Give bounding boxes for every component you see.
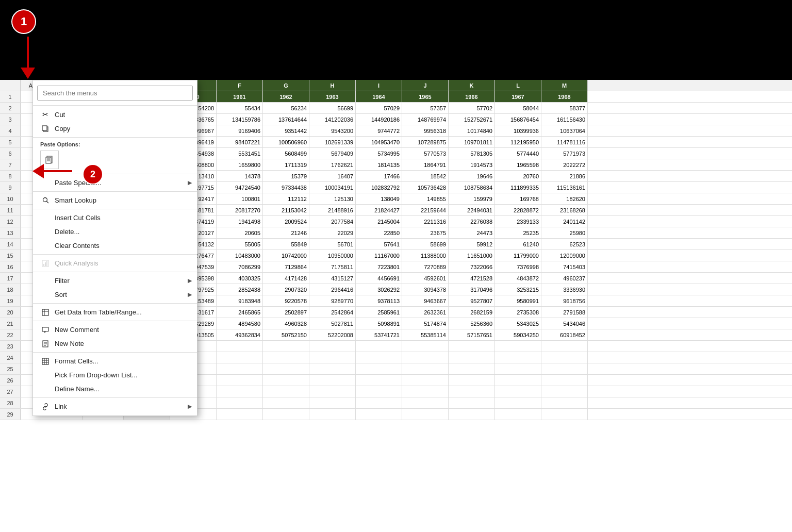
- cell-g[interactable]: 10742000: [263, 250, 309, 261]
- cell-k[interactable]: 2682159: [449, 307, 495, 318]
- cell-m[interactable]: 21886: [541, 171, 588, 181]
- cell-f[interactable]: 20605: [217, 227, 263, 238]
- cell-j[interactable]: 105736428: [402, 182, 449, 193]
- col-header-g[interactable]: G: [263, 80, 309, 91]
- cell-g[interactable]: 9351442: [263, 125, 309, 136]
- cell-i[interactable]: 21824427: [356, 205, 402, 215]
- cell-j[interactable]: 2211316: [402, 216, 449, 227]
- cell-l[interactable]: 112195950: [495, 137, 541, 147]
- cell-k[interactable]: 4721528: [449, 273, 495, 284]
- cell-j[interactable]: 7270889: [402, 261, 449, 272]
- cell-l[interactable]: 169768: [495, 193, 541, 204]
- cell-h[interactable]: 125130: [309, 193, 356, 204]
- cell-m[interactable]: 4960237: [541, 273, 588, 284]
- cell-g[interactable]: 4171428: [263, 273, 309, 284]
- cell-h[interactable]: 7175811: [309, 261, 356, 272]
- cell-1-i[interactable]: 1964: [356, 91, 402, 102]
- cell-l[interactable]: [495, 386, 541, 397]
- cell-g[interactable]: 5608499: [263, 148, 309, 159]
- menu-item-link[interactable]: Link ▶: [33, 400, 197, 413]
- cell-k[interactable]: 5256360: [449, 318, 495, 329]
- cell-k[interactable]: 1914573: [449, 159, 495, 170]
- cell-l[interactable]: [495, 352, 541, 363]
- col-header-j[interactable]: J: [402, 80, 449, 91]
- cell-g[interactable]: 2502897: [263, 307, 309, 318]
- cell-j[interactable]: 55385114: [402, 329, 449, 340]
- cell-f[interactable]: [217, 409, 263, 420]
- cell-k[interactable]: [449, 409, 495, 420]
- cell-1-k[interactable]: 1966: [449, 91, 495, 102]
- cell-j[interactable]: [402, 386, 449, 397]
- cell-j[interactable]: [402, 409, 449, 420]
- cell-j[interactable]: 57357: [402, 103, 449, 113]
- cell-m[interactable]: 182620: [541, 193, 588, 204]
- menu-item-clear-contents[interactable]: Clear Contents: [33, 239, 197, 253]
- menu-item-new-comment[interactable]: New Comment: [33, 323, 197, 337]
- cell-l[interactable]: [495, 375, 541, 386]
- menu-item-filter[interactable]: Filter ▶: [33, 274, 197, 288]
- cell-m[interactable]: 2791588: [541, 307, 588, 318]
- cell-g[interactable]: 97334438: [263, 182, 309, 193]
- cell-j[interactable]: [402, 397, 449, 408]
- cell-f[interactable]: [217, 375, 263, 386]
- cell-j[interactable]: [402, 341, 449, 352]
- cell-g[interactable]: 55849: [263, 239, 309, 250]
- cell-h[interactable]: 22029: [309, 227, 356, 238]
- cell-h[interactable]: 100034191: [309, 182, 356, 193]
- cell-k[interactable]: 57157651: [449, 329, 495, 340]
- cell-l[interactable]: 111899335: [495, 182, 541, 193]
- cell-m[interactable]: 60918452: [541, 329, 588, 340]
- cell-l[interactable]: 5343025: [495, 318, 541, 329]
- cell-h[interactable]: 56699: [309, 103, 356, 113]
- cell-g[interactable]: 112112: [263, 193, 309, 204]
- cell-i[interactable]: 5734995: [356, 148, 402, 159]
- cell-i[interactable]: 138049: [356, 193, 402, 204]
- cell-f[interactable]: 20817270: [217, 205, 263, 215]
- cell-k[interactable]: 57702: [449, 103, 495, 113]
- cell-j[interactable]: 18542: [402, 171, 449, 181]
- cell-h[interactable]: 10950000: [309, 250, 356, 261]
- cell-j[interactable]: [402, 375, 449, 386]
- cell-j[interactable]: 107289875: [402, 137, 449, 147]
- cell-g[interactable]: [263, 386, 309, 397]
- cell-h[interactable]: [309, 375, 356, 386]
- cell-f[interactable]: 94724540: [217, 182, 263, 193]
- cell-g[interactable]: 2907320: [263, 284, 309, 295]
- cell-k[interactable]: 159979: [449, 193, 495, 204]
- cell-f[interactable]: 134159786: [217, 114, 263, 125]
- cell-j[interactable]: [402, 363, 449, 374]
- cell-f[interactable]: 100801: [217, 193, 263, 204]
- cell-h[interactable]: 1762621: [309, 159, 356, 170]
- cell-k[interactable]: 3170496: [449, 284, 495, 295]
- cell-l[interactable]: 3253215: [495, 284, 541, 295]
- cell-h[interactable]: [309, 363, 356, 374]
- cell-f[interactable]: 10483000: [217, 250, 263, 261]
- cell-g[interactable]: [263, 397, 309, 408]
- cell-h[interactable]: 9543200: [309, 125, 356, 136]
- cell-g[interactable]: 2009524: [263, 216, 309, 227]
- cell-f[interactable]: 1941498: [217, 216, 263, 227]
- cell-f[interactable]: 49362834: [217, 329, 263, 340]
- cell-h[interactable]: 102691339: [309, 137, 356, 147]
- cell-f[interactable]: [217, 397, 263, 408]
- menu-search-input[interactable]: [37, 86, 193, 101]
- cell-i[interactable]: 57641: [356, 239, 402, 250]
- cell-m[interactable]: 115136161: [541, 182, 588, 193]
- cell-i[interactable]: 17466: [356, 171, 402, 181]
- cell-k[interactable]: [449, 341, 495, 352]
- cell-f[interactable]: 2852438: [217, 284, 263, 295]
- cell-h[interactable]: 141202036: [309, 114, 356, 125]
- cell-m[interactable]: 23168268: [541, 205, 588, 215]
- cell-g[interactable]: 100506960: [263, 137, 309, 147]
- cell-k[interactable]: 7322066: [449, 261, 495, 272]
- cell-m[interactable]: 2022272: [541, 159, 588, 170]
- cell-m[interactable]: 2401142: [541, 216, 588, 227]
- cell-f[interactable]: [217, 352, 263, 363]
- col-header-i[interactable]: I: [356, 80, 402, 91]
- cell-i[interactable]: [356, 375, 402, 386]
- cell-k[interactable]: 24473: [449, 227, 495, 238]
- cell-f[interactable]: [217, 341, 263, 352]
- cell-i[interactable]: [356, 397, 402, 408]
- cell-g[interactable]: [263, 341, 309, 352]
- cell-i[interactable]: 9744772: [356, 125, 402, 136]
